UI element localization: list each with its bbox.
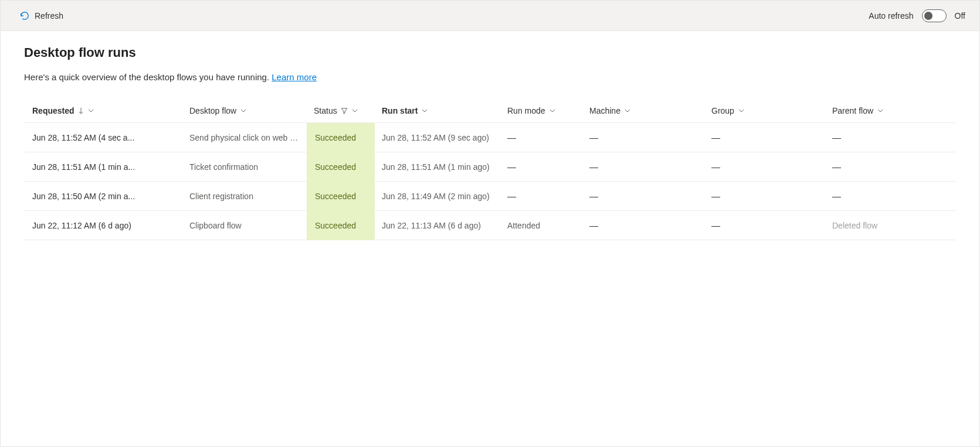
table-header-row: Requested Desktop flow: [24, 98, 956, 123]
page-title: Desktop flow runs: [24, 45, 956, 60]
table-row[interactable]: Jun 22, 11:12 AM (6 d ago)Clipboard flow…: [24, 211, 956, 240]
chevron-down-icon: [240, 107, 247, 114]
chevron-down-icon: [738, 107, 745, 114]
cell-run-mode: Attended: [507, 221, 540, 230]
cell-requested: Jun 28, 11:51 AM (1 min a...: [32, 162, 135, 172]
toggle-thumb: [924, 12, 932, 20]
cell-requested: Jun 22, 11:12 AM (6 d ago): [32, 221, 131, 230]
cell-parent-flow: —: [832, 191, 841, 201]
flow-runs-table: Requested Desktop flow: [24, 98, 956, 240]
refresh-icon: [19, 11, 30, 21]
cell-parent-flow: Deleted flow: [832, 221, 877, 230]
column-label: Parent flow: [832, 106, 873, 115]
learn-more-link[interactable]: Learn more: [272, 72, 317, 82]
cell-run-start: Jun 28, 11:51 AM (1 min ago): [382, 162, 490, 172]
cell-machine: —: [589, 162, 598, 172]
cell-run-mode: —: [507, 191, 516, 201]
cell-requested: Jun 28, 11:50 AM (2 min a...: [32, 192, 135, 201]
cell-desktop-flow: Client registration: [189, 192, 253, 201]
toolbar: Refresh Auto refresh Off: [1, 1, 979, 31]
sort-down-icon: [78, 107, 84, 114]
column-label: Group: [711, 106, 734, 115]
table-row[interactable]: Jun 28, 11:52 AM (4 sec a...Send physica…: [24, 123, 956, 152]
cell-desktop-flow: Send physical click on web e...: [189, 133, 300, 142]
cell-run-start: Jun 22, 11:13 AM (6 d ago): [382, 221, 481, 230]
status-badge: Succeeded: [307, 152, 375, 182]
page-subtitle: Here's a quick overview of the desktop f…: [24, 72, 956, 82]
cell-desktop-flow: Clipboard flow: [189, 221, 242, 230]
column-header-desktop-flow[interactable]: Desktop flow: [182, 106, 307, 115]
table-row[interactable]: Jun 28, 11:50 AM (2 min a...Client regis…: [24, 182, 956, 211]
table-body: Jun 28, 11:52 AM (4 sec a...Send physica…: [24, 123, 956, 240]
filter-icon: [341, 107, 348, 114]
table-row[interactable]: Jun 28, 11:51 AM (1 min a...Ticket confi…: [24, 152, 956, 182]
column-header-group[interactable]: Group: [704, 106, 825, 115]
column-label: Status: [314, 106, 337, 115]
status-badge: Succeeded: [307, 182, 375, 211]
chevron-down-icon: [549, 107, 556, 114]
column-label: Run start: [382, 106, 418, 115]
column-label: Desktop flow: [189, 106, 236, 115]
status-badge: Succeeded: [307, 211, 375, 240]
column-label: Machine: [589, 106, 620, 115]
chevron-down-icon: [877, 107, 884, 114]
chevron-down-icon: [351, 107, 358, 114]
column-header-status[interactable]: Status: [307, 106, 375, 115]
cell-run-start: Jun 28, 11:49 AM (2 min ago): [382, 192, 490, 201]
subtitle-text: Here's a quick overview of the desktop f…: [24, 72, 272, 82]
cell-machine: —: [589, 191, 598, 201]
cell-group: —: [711, 162, 720, 172]
auto-refresh-toggle[interactable]: [922, 9, 947, 22]
cell-parent-flow: —: [832, 132, 841, 142]
auto-refresh-state: Off: [955, 11, 965, 21]
chevron-down-icon: [421, 107, 428, 114]
auto-refresh-label: Auto refresh: [869, 11, 913, 21]
column-header-run-start[interactable]: Run start: [375, 106, 500, 115]
refresh-button[interactable]: Refresh: [15, 7, 68, 25]
toolbar-right: Auto refresh Off: [869, 9, 965, 22]
chevron-down-icon: [87, 107, 94, 114]
cell-group: —: [711, 220, 720, 230]
cell-run-mode: —: [507, 132, 516, 142]
cell-run-mode: —: [507, 162, 516, 172]
cell-group: —: [711, 132, 720, 142]
cell-parent-flow: —: [832, 162, 841, 172]
cell-desktop-flow: Ticket confirmation: [189, 162, 258, 172]
status-badge: Succeeded: [307, 123, 375, 152]
column-header-parent-flow[interactable]: Parent flow: [825, 106, 931, 115]
column-label: Requested: [32, 106, 74, 115]
cell-machine: —: [589, 220, 598, 230]
chevron-down-icon: [624, 107, 631, 114]
toolbar-left: Refresh: [15, 7, 68, 25]
column-label: Run mode: [507, 106, 545, 115]
column-header-requested[interactable]: Requested: [24, 106, 182, 115]
refresh-label: Refresh: [35, 11, 63, 21]
cell-requested: Jun 28, 11:52 AM (4 sec a...: [32, 133, 134, 142]
cell-group: —: [711, 191, 720, 201]
content-area: Desktop flow runs Here's a quick overvie…: [1, 31, 979, 254]
cell-run-start: Jun 28, 11:52 AM (9 sec ago): [382, 133, 489, 142]
cell-machine: —: [589, 132, 598, 142]
column-header-run-mode[interactable]: Run mode: [500, 106, 582, 115]
column-header-machine[interactable]: Machine: [582, 106, 704, 115]
